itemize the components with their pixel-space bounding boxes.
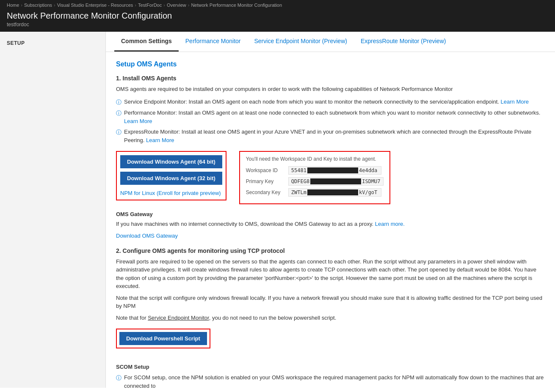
- breadcrumb-vs-enterprise[interactable]: Visual Studio Enterprise - Resources: [57, 3, 133, 8]
- oms-gateway-title: OMS Gateway: [116, 211, 545, 217]
- secondary-key-end: kV/goT: [359, 189, 377, 195]
- tab-common-settings[interactable]: Common Settings: [114, 32, 179, 52]
- workspace-id-value: 55481 4e4dda: [288, 166, 381, 175]
- secondary-key-label: Secondary Key: [246, 189, 284, 195]
- workspace-id-label: Workspace ID: [246, 167, 284, 173]
- scom-text-0: For SCOM setup, once the NPM solution is…: [124, 373, 545, 388]
- download-32bit-button[interactable]: Download Windows Agent (32 bit): [120, 172, 222, 185]
- info-learn-more-0[interactable]: Learn More: [501, 99, 529, 105]
- breadcrumb-home[interactable]: Home: [7, 3, 19, 8]
- tab-performance-monitor[interactable]: Performance Monitor: [179, 32, 248, 52]
- secondary-key-row: Secondary Key ZWTLm kV/goT: [246, 188, 384, 197]
- download-64bit-button[interactable]: Download Windows Agent (64 bit): [120, 155, 222, 168]
- workspace-info-note: You'll need the Workspace ID and Key to …: [246, 156, 384, 162]
- oms-gateway-section: OMS Gateway If you have machines with no…: [116, 211, 545, 239]
- oms-gateway-learn-more[interactable]: Learn more.: [375, 221, 405, 227]
- info-icon-1: ⓘ: [116, 109, 121, 118]
- scom-title: SCOM Setup: [116, 364, 545, 370]
- info-list: ⓘ Service Endpoint Monitor: Install an O…: [116, 98, 545, 145]
- service-endpoint-underline: Service Endpoint Monitor: [148, 315, 209, 321]
- info-icon-2: ⓘ: [116, 128, 121, 137]
- tab-expressroute-monitor[interactable]: ExpressRoute Monitor (Preview): [354, 32, 453, 52]
- breadcrumb-subscriptions[interactable]: Subscriptions: [24, 3, 52, 8]
- primary-key-label: Primary Key: [246, 178, 284, 184]
- info-icon-0: ⓘ: [116, 98, 121, 107]
- info-item-1: ⓘ Performance Monitor: Install an OMS ag…: [116, 109, 545, 125]
- primary-key-redacted: [310, 178, 361, 184]
- workspace-id-start: 55481: [291, 167, 306, 173]
- page-subtitle: testfordoc: [7, 22, 548, 27]
- primary-key-start: QDFEG8: [291, 178, 309, 184]
- layout: SETUP Common Settings Performance Monito…: [0, 32, 555, 388]
- scom-icon-0: ⓘ: [116, 374, 121, 382]
- info-text-1: Performance Monitor: Install an OMS agen…: [124, 109, 545, 125]
- download-powershell-wrap: Download Powershell Script: [116, 329, 210, 348]
- step1-desc: OMS agents are required to be installed …: [116, 85, 545, 93]
- tab-service-endpoint-monitor[interactable]: Service Endpoint Monitor (Preview): [248, 32, 354, 52]
- button-group: Download Windows Agent (64 bit) Download…: [116, 151, 226, 200]
- breadcrumb-testfordoc[interactable]: TestForDoc: [138, 3, 162, 8]
- primary-key-row: Primary Key QDFEG8 ISDMU7: [246, 177, 384, 186]
- workspace-id-redacted: [307, 167, 358, 173]
- firewall-desc3: Note that for Service Endpoint Monitor, …: [116, 314, 545, 322]
- scom-section: SCOM Setup ⓘ For SCOM setup, once the NP…: [116, 364, 545, 388]
- info-item-2: ⓘ ExpressRoute Monitor: Install at least…: [116, 128, 545, 144]
- step2-title: 2. Configure OMS agents for monitoring u…: [116, 247, 545, 254]
- npm-link-wrap: NPM for Linux (Enroll for private previe…: [120, 190, 222, 196]
- info-learn-more-1[interactable]: Learn More: [124, 118, 152, 124]
- breadcrumb-overview[interactable]: Overview: [167, 3, 186, 8]
- sidebar: SETUP: [0, 32, 106, 388]
- oms-gateway-desc: If you have machines with no internet co…: [116, 220, 545, 228]
- page-title: Network Performance Monitor Configuratio…: [7, 11, 548, 21]
- secondary-key-redacted: [307, 189, 358, 195]
- main-content: Common Settings Performance Monitor Serv…: [106, 32, 555, 388]
- sidebar-item-setup[interactable]: SETUP: [0, 37, 105, 49]
- info-text-2: ExpressRoute Monitor: Install at least o…: [124, 128, 545, 144]
- agent-section: Download Windows Agent (64 bit) Download…: [116, 151, 545, 204]
- npm-linux-link[interactable]: NPM for Linux (Enroll for private previe…: [120, 190, 221, 196]
- workspace-id-end: 4e4dda: [359, 167, 377, 173]
- info-item-0: ⓘ Service Endpoint Monitor: Install an O…: [116, 98, 545, 107]
- step1-title: 1. Install OMS Agents: [116, 75, 545, 82]
- step2-section: 2. Configure OMS agents for monitoring u…: [116, 247, 545, 356]
- workspace-info: You'll need the Workspace ID and Key to …: [239, 151, 390, 204]
- page-title-area: Network Performance Monitor Configuratio…: [7, 8, 548, 32]
- primary-key-value: QDFEG8 ISDMU7: [288, 177, 384, 186]
- oms-gateway-download-link[interactable]: Download OMS Gateway: [116, 233, 178, 239]
- breadcrumb: Home › Subscriptions › Visual Studio Ent…: [7, 0, 548, 8]
- tab-bar: Common Settings Performance Monitor Serv…: [106, 32, 555, 52]
- secondary-key-value: ZWTLm kV/goT: [288, 188, 381, 197]
- secondary-key-start: ZWTLm: [291, 189, 306, 195]
- breadcrumb-current: Network Performance Monitor Configuratio…: [191, 3, 282, 8]
- page-content: Setup OMS Agents 1. Install OMS Agents O…: [106, 52, 555, 388]
- primary-key-end: ISDMU7: [362, 178, 380, 184]
- download-powershell-button[interactable]: Download Powershell Script: [119, 332, 207, 345]
- scom-item-0: ⓘ For SCOM setup, once the NPM solution …: [116, 373, 545, 388]
- firewall-desc2: Note that the script will configure only…: [116, 294, 545, 310]
- scom-list: ⓘ For SCOM setup, once the NPM solution …: [116, 373, 545, 388]
- workspace-id-row: Workspace ID 55481 4e4dda: [246, 166, 384, 175]
- setup-oms-title: Setup OMS Agents: [116, 60, 545, 68]
- info-text-0: Service Endpoint Monitor: Install an OMS…: [124, 98, 529, 106]
- firewall-desc1: Firewall ports are required to be opened…: [116, 258, 545, 291]
- info-learn-more-2[interactable]: Learn More: [146, 137, 174, 143]
- top-bar: Home › Subscriptions › Visual Studio Ent…: [0, 0, 555, 32]
